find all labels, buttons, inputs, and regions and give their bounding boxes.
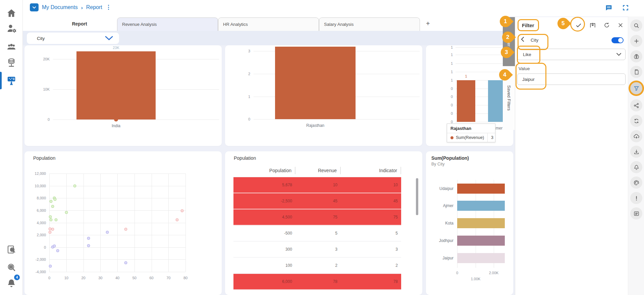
bell-icon[interactable] xyxy=(630,161,642,173)
search-icon[interactable] xyxy=(630,19,642,32)
table-row[interactable]: 30033 xyxy=(233,242,401,258)
apply-filter-check-icon[interactable] xyxy=(575,22,582,30)
report-search-icon[interactable] xyxy=(0,242,22,257)
scatter-point-series-purple[interactable] xyxy=(87,237,90,240)
scatter-point-series-green[interactable] xyxy=(65,211,68,214)
sd-card-icon[interactable] xyxy=(630,66,642,78)
tab-revenue-analysis[interactable]: Revenue Analysis xyxy=(117,17,218,31)
report-board-icon[interactable] xyxy=(0,73,22,88)
breadcrumb-report[interactable]: Report xyxy=(86,4,102,10)
x-axis-tick: 0 xyxy=(456,271,458,275)
table-row[interactable]: -2,5004545 xyxy=(233,193,401,209)
hbar-kota[interactable] xyxy=(457,218,505,228)
scatter-point-series-green[interactable] xyxy=(55,218,58,222)
user-group-icon[interactable] xyxy=(0,40,22,54)
share-icon[interactable] xyxy=(630,99,642,111)
bar-jaipur[interactable] xyxy=(457,80,475,122)
y-axis-tick: 1 xyxy=(426,45,453,49)
funnel-icon[interactable] xyxy=(630,82,642,94)
scatter-point-series-green[interactable] xyxy=(73,184,76,187)
report-menu-icon[interactable]: ⋮ xyxy=(106,6,109,8)
breadcrumb-my-documents[interactable]: My Documents xyxy=(42,4,78,10)
filter-panel: Filter City Like Value xyxy=(515,17,628,295)
x-axis-tick: 20 xyxy=(81,276,85,280)
gridline xyxy=(168,174,169,272)
palette-icon[interactable] xyxy=(630,177,642,189)
table-cell: 300 xyxy=(233,247,296,252)
scatter-point-series-purple[interactable] xyxy=(87,244,90,247)
tab-hr-analytics[interactable]: HR Analytics xyxy=(218,17,319,31)
comment-icon[interactable] xyxy=(605,4,613,13)
download-tray-icon[interactable] xyxy=(630,146,642,158)
scatter-point-series-purple[interactable] xyxy=(56,249,59,252)
chart-card-revenue-state: 3210Rajasthan xyxy=(225,45,422,146)
x-axis-tick: 10 xyxy=(64,276,68,280)
scatter-point-series-red[interactable] xyxy=(124,228,127,231)
brain-icon[interactable] xyxy=(630,50,642,62)
category-label-jodhpur: Jodhpur xyxy=(426,238,453,243)
notifications-icon[interactable]: 4 xyxy=(0,276,22,291)
scatter-point-series-purple[interactable] xyxy=(124,261,127,264)
filter-value-input[interactable] xyxy=(517,73,626,85)
tab-salary-analysis[interactable]: Salary Analysis xyxy=(319,17,420,31)
y-axis-tick: 10K xyxy=(24,87,50,91)
city-filter-dropdown[interactable]: City xyxy=(27,33,119,44)
database-icon[interactable] xyxy=(0,55,22,70)
home-icon[interactable] xyxy=(0,6,22,20)
scatter-point-series-purple[interactable] xyxy=(53,244,56,247)
report-name-label[interactable]: Report xyxy=(49,16,110,31)
scatter-point-series-green[interactable] xyxy=(53,198,56,201)
back-chevron-icon[interactable] xyxy=(521,37,524,44)
scatter-point-series-red[interactable] xyxy=(175,218,178,222)
scatter-point-series-red[interactable] xyxy=(180,209,183,212)
add-tab-button[interactable]: + xyxy=(426,16,430,31)
save-filter-icon[interactable] xyxy=(589,22,596,30)
close-panel-icon[interactable] xyxy=(618,22,624,30)
x-axis-label: India xyxy=(112,124,120,128)
data-search-icon[interactable] xyxy=(0,260,22,275)
hbar-udaipur[interactable] xyxy=(457,184,505,194)
fullscreen-icon[interactable] xyxy=(622,4,629,12)
column-header-population[interactable]: Population xyxy=(233,167,296,174)
table-row[interactable]: 4,5007575 xyxy=(233,209,401,226)
scatter-point-series-green[interactable] xyxy=(50,218,53,222)
table-row[interactable]: 5,6781010 xyxy=(233,177,401,193)
table-row[interactable]: 6,0007878 xyxy=(233,274,401,290)
table-row[interactable]: -50055 xyxy=(233,226,401,242)
column-header-revenue[interactable]: Revenue xyxy=(296,167,341,174)
exclamation-icon[interactable] xyxy=(630,192,642,204)
user-settings-icon[interactable] xyxy=(0,21,22,36)
scatter-point-series-red[interactable] xyxy=(49,231,52,234)
category-label-ajmer: Ajmer xyxy=(426,203,453,208)
tooltip-series-label: Sum(Revenue) xyxy=(456,135,484,140)
table-scrollbar[interactable] xyxy=(416,178,418,215)
filter-enable-toggle[interactable] xyxy=(611,37,624,43)
scatter-point-series-purple[interactable] xyxy=(49,264,52,267)
bar-india[interactable] xyxy=(76,51,156,119)
folder-icon[interactable] xyxy=(30,3,39,11)
note-icon[interactable] xyxy=(630,207,642,219)
refresh-filter-icon[interactable] xyxy=(603,22,610,30)
sync-icon[interactable] xyxy=(630,115,642,127)
column-header-indicator[interactable]: Indicator xyxy=(341,167,401,174)
scatter-point-series-green[interactable] xyxy=(49,215,52,218)
bar-rajasthan[interactable] xyxy=(275,47,356,119)
cloud-download-icon[interactable] xyxy=(630,130,642,142)
hbar-jaipur[interactable] xyxy=(457,253,505,263)
chart-card-revenue-city: 11111000001AjmerRajasthan Sum(Revenue) 3 xyxy=(426,45,513,146)
y-axis-tick: 1 xyxy=(426,78,453,82)
hbar-jodhpur[interactable] xyxy=(457,236,505,246)
scatter-point-series-purple[interactable] xyxy=(106,231,109,234)
plus-icon[interactable] xyxy=(630,35,642,47)
table-row[interactable]: 10022 xyxy=(233,258,401,274)
category-label-jaipur: Jaipur xyxy=(426,256,453,260)
y-axis-tick: 1 xyxy=(225,95,250,99)
scatter-point-series-red[interactable] xyxy=(51,228,54,231)
operator-select[interactable]: Like xyxy=(517,49,626,60)
scatter-point-series-green[interactable] xyxy=(51,205,54,208)
hbar-ajmer[interactable] xyxy=(457,201,505,211)
gridline xyxy=(66,174,67,272)
scatter-point-series-green[interactable] xyxy=(50,200,53,203)
city-filter-label: City xyxy=(37,36,45,41)
chart-tooltip: Rajasthan Sum(Revenue) 3 xyxy=(447,124,495,142)
